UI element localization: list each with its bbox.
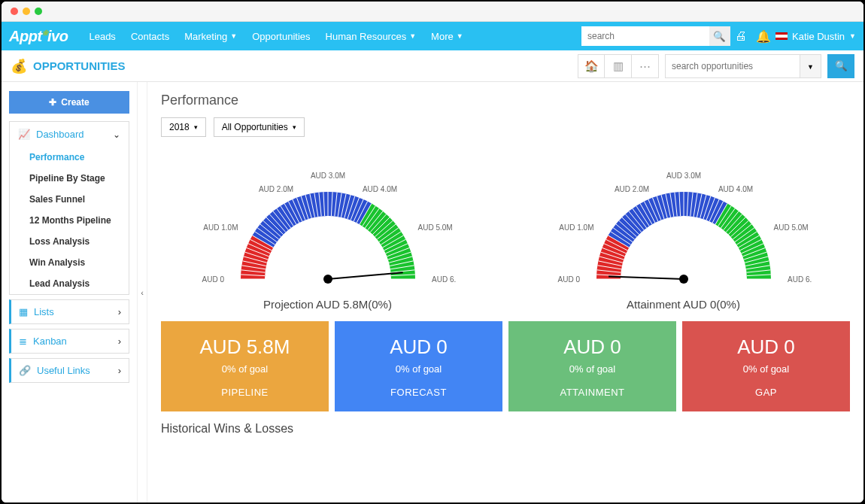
svg-text:AUD 6.0M: AUD 6.0M (788, 275, 812, 284)
opportunity-filter[interactable]: All Opportunities▾ (214, 117, 305, 137)
nav-more[interactable]: More▼ (423, 31, 471, 42)
bar-chart-icon: ▥ (613, 59, 624, 73)
card-value: AUD 0 (390, 335, 448, 359)
user-menu[interactable]: Katie Dustin ▼ (775, 31, 856, 42)
chevron-down-icon: ▼ (457, 32, 463, 40)
svg-text:AUD 3.0M: AUD 3.0M (666, 172, 700, 180)
nav-hr[interactable]: Human Resources▼ (318, 31, 424, 42)
kanban-icon: ≣ (19, 335, 27, 347)
chevron-down-icon: ▾ (293, 123, 296, 131)
module-title: OPPORTUNITIES (33, 59, 126, 72)
link-icon: 🔗 (19, 365, 31, 376)
sidebar-item-loss-analysis[interactable]: Loss Analysis (10, 231, 129, 252)
summary-card-gap[interactable]: AUD 00% of goalGAP (682, 321, 850, 411)
gauge-attainment-label: Attainment AUD 0(0%) (627, 298, 740, 311)
card-label: PIPELINE (221, 387, 269, 398)
chevron-down-icon: ▼ (807, 63, 814, 71)
plus-icon: ✚ (49, 97, 56, 108)
search-icon: 🔍 (835, 60, 848, 71)
gauge-projection: AUD 0AUD 1.0MAUD 2.0MAUD 3.0MAUD 4.0MAUD… (161, 147, 494, 311)
chevron-right-icon: › (118, 335, 121, 347)
svg-text:AUD 3.0M: AUD 3.0M (310, 172, 344, 180)
sidebar: ✚ Create 📈 Dashboard ⌄ Performance Pipel… (2, 82, 137, 502)
svg-text:AUD 4.0M: AUD 4.0M (718, 185, 752, 193)
svg-text:AUD 5.0M: AUD 5.0M (773, 223, 808, 232)
gauge-projection-label: Projection AUD 5.8M(0%) (263, 298, 392, 311)
sidebar-collapse-toggle[interactable]: ‹ (137, 82, 147, 502)
chevron-right-icon: › (118, 306, 121, 317)
global-search-button[interactable]: 🔍 (709, 26, 730, 46)
svg-text:AUD 1.0M: AUD 1.0M (203, 223, 238, 232)
printer-icon[interactable]: 🖨 (735, 29, 747, 43)
sidebar-item-12m-pipeline[interactable]: 12 Months Pipeline (10, 210, 129, 231)
svg-text:AUD 6.0M: AUD 6.0M (432, 275, 456, 284)
summary-card-pipeline[interactable]: AUD 5.8M0% of goalPIPELINE (161, 321, 329, 411)
card-value: AUD 0 (563, 335, 621, 359)
home-view-button[interactable]: 🏠 (578, 54, 605, 78)
sidebar-item-performance[interactable]: Performance (10, 147, 129, 168)
svg-text:AUD 5.0M: AUD 5.0M (417, 223, 452, 232)
nav-opportunities[interactable]: Opportunities (244, 31, 317, 42)
grid-icon: ▦ (19, 306, 28, 317)
brand-logo: Appt❀ivo (9, 28, 68, 45)
historical-section-title: Historical Wins & Losses (161, 422, 850, 436)
chevron-down-icon: ▾ (194, 123, 198, 131)
opportunity-search-input[interactable] (665, 54, 800, 78)
sidebar-item-pipeline-stage[interactable]: Pipeline By Stage (10, 168, 129, 189)
card-subtitle: 0% of goal (743, 363, 789, 375)
chart-line-icon: 📈 (18, 129, 30, 140)
notification-icon[interactable]: 🔔 (756, 29, 771, 44)
nav-leads[interactable]: Leads (81, 31, 123, 42)
svg-text:AUD 2.0M: AUD 2.0M (614, 185, 648, 193)
global-search-input[interactable] (581, 26, 709, 46)
svg-text:AUD 1.0M: AUD 1.0M (559, 223, 593, 232)
nav-contacts[interactable]: Contacts (123, 31, 177, 42)
home-icon: 🏠 (584, 59, 599, 73)
card-value: AUD 0 (737, 335, 795, 359)
card-subtitle: 0% of goal (396, 363, 442, 375)
card-value: AUD 5.8M (200, 335, 290, 359)
sidebar-item-lead-analysis[interactable]: Lead Analysis (10, 273, 129, 294)
search-dropdown-toggle[interactable]: ▼ (800, 54, 821, 78)
svg-text:AUD 0: AUD 0 (202, 275, 224, 284)
chevron-left-icon: ‹ (141, 288, 144, 297)
svg-text:AUD 0: AUD 0 (557, 275, 580, 284)
moneybag-icon: 💰 (11, 58, 27, 74)
gauge-projection-chart: AUD 0AUD 1.0MAUD 2.0MAUD 3.0MAUD 4.0MAUD… (200, 147, 456, 298)
search-icon: 🔍 (713, 31, 726, 42)
summary-card-forecast[interactable]: AUD 00% of goalFORECAST (335, 321, 502, 411)
card-label: GAP (755, 387, 777, 398)
chevron-down-icon: ▼ (849, 32, 856, 40)
page-title: Performance (161, 93, 850, 108)
chevron-right-icon: › (118, 365, 121, 376)
sidebar-kanban[interactable]: ≣Kanban› (9, 329, 129, 354)
dots-icon: ⋯ (639, 59, 651, 73)
summary-card-attainment[interactable]: AUD 00% of goalATTAINMENT (508, 321, 676, 411)
gauge-attainment: AUD 0AUD 1.0MAUD 2.0MAUD 3.0MAUD 4.0MAUD… (517, 147, 850, 311)
chevron-down-icon: ⌄ (113, 129, 120, 140)
svg-point-139 (679, 275, 688, 284)
flag-icon (775, 32, 788, 40)
sidebar-dashboard-header[interactable]: 📈 Dashboard ⌄ (10, 122, 129, 147)
chevron-down-icon: ▼ (409, 32, 416, 40)
create-button[interactable]: ✚ Create (9, 91, 129, 114)
sidebar-useful-links[interactable]: 🔗Useful Links› (9, 358, 129, 383)
top-nav: Appt❀ivo Leads Contacts Marketing▼ Oppor… (2, 22, 863, 50)
chart-view-button[interactable]: ▥ (605, 54, 632, 78)
svg-point-69 (323, 275, 332, 284)
summary-cards: AUD 5.8M0% of goalPIPELINEAUD 00% of goa… (161, 321, 850, 411)
chevron-down-icon: ▼ (230, 32, 237, 40)
sidebar-item-win-analysis[interactable]: Win Analysis (10, 252, 129, 273)
year-filter[interactable]: 2018▾ (161, 117, 206, 137)
more-options-button[interactable]: ⋯ (632, 54, 659, 78)
sidebar-lists[interactable]: ▦Lists› (9, 299, 129, 324)
gauge-attainment-chart: AUD 0AUD 1.0MAUD 2.0MAUD 3.0MAUD 4.0MAUD… (556, 147, 812, 298)
nav-marketing[interactable]: Marketing▼ (177, 31, 244, 42)
card-label: ATTAINMENT (560, 387, 624, 398)
sidebar-item-sales-funnel[interactable]: Sales Funnel (10, 189, 129, 210)
svg-text:AUD 2.0M: AUD 2.0M (258, 185, 293, 193)
card-label: FORECAST (390, 387, 447, 398)
main-content: Performance 2018▾ All Opportunities▾ AUD… (147, 82, 863, 502)
card-subtitle: 0% of goal (222, 363, 268, 375)
opportunity-search-button[interactable]: 🔍 (827, 54, 854, 78)
